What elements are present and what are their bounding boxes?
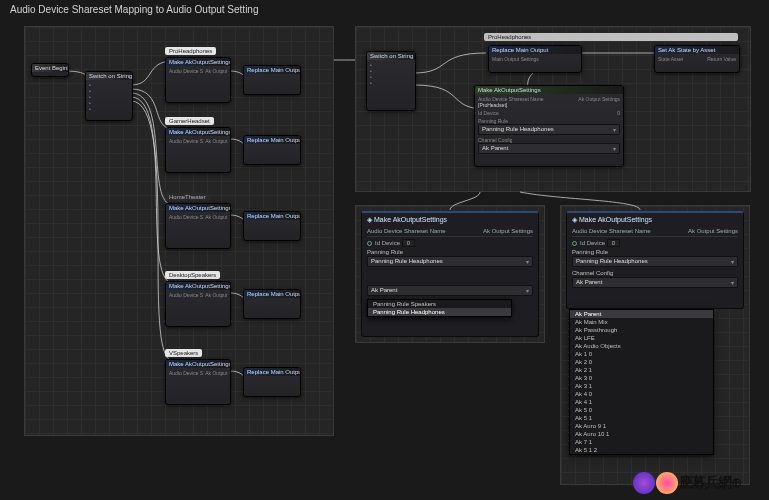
make-settings-panel[interactable]: ◈ Make AkOutputSettings Audio Device Sha… <box>361 211 539 337</box>
panning-label: Panning Rule <box>572 249 738 255</box>
channel-dropdown[interactable]: Ak Parent▾ <box>572 277 738 288</box>
event-node[interactable]: Event BeginPlay <box>31 63 69 77</box>
dropdown-option[interactable]: Ak 4 1 <box>570 398 713 406</box>
id-device-field[interactable]: Id Device 0 <box>572 240 738 246</box>
graph-canvas-left[interactable]: Event BeginPlay Switch on String ••••• P… <box>24 26 334 436</box>
dropdown-option[interactable]: Panning Rule Speakers <box>368 300 511 308</box>
channel-label: Channel Config <box>572 270 738 276</box>
dropdown-option[interactable]: Ak Auro 10 1 <box>570 430 713 438</box>
category-tag: DesktopSpeakers <box>165 271 220 279</box>
channel-dropdown[interactable]: Ak Parent▾ <box>478 143 620 154</box>
panning-dropdown-list[interactable]: Panning Rule Speakers Panning Rule Headp… <box>367 299 512 317</box>
replace-output-node[interactable]: Replace Main Output Main Output Settings <box>488 45 582 73</box>
channel-dropdown-list[interactable]: Ak ParentAk Main MixAk PassthroughAk LFE… <box>569 309 714 455</box>
dropdown-option[interactable]: Ak 3 0 <box>570 374 713 382</box>
make-settings-node[interactable]: Make AkOutputSettings Audio Device Share… <box>165 359 231 405</box>
dropdown-option[interactable]: Ak 2 1 <box>570 366 713 374</box>
panel-title: ◈ Make AkOutputSettings <box>572 216 738 224</box>
id-device-field[interactable]: Id Device 0 <box>367 240 533 246</box>
dropdown-option[interactable]: Ak LFE <box>570 334 713 342</box>
panning-dropdown[interactable]: Panning Rule Headphones▾ <box>478 124 620 135</box>
set-state-node[interactable]: Set Ak State by Asset State AssetReturn … <box>654 45 740 73</box>
switch-node[interactable]: Switch on String ••••• <box>85 71 133 121</box>
dropdown-option[interactable]: Ak Main Mix <box>570 318 713 326</box>
dropdown-option[interactable]: Ak Parent <box>570 310 713 318</box>
graph-canvas-topright[interactable]: ProHeadphones Switch on String •••• Repl… <box>355 26 751 192</box>
panel-title: ◈ Make AkOutputSettings <box>367 216 533 224</box>
dropdown-option[interactable]: Ak Passthrough <box>570 326 713 334</box>
dropdown-option[interactable]: Ak 4 0 <box>570 390 713 398</box>
make-settings-node[interactable]: Make AkOutputSettings Audio Device Share… <box>165 281 231 327</box>
dropdown-option[interactable]: Ak Auro 9 1 <box>570 422 713 430</box>
category-tag: VSpeakers <box>165 349 202 357</box>
category-tag: ProHeadphones <box>165 47 216 55</box>
event-node-title: Event BeginPlay <box>32 64 68 72</box>
make-settings-node[interactable]: Make AkOutputSettings Audio Device Share… <box>165 203 231 249</box>
dropdown-option[interactable]: Ak 7 1 <box>570 438 713 446</box>
replace-output-node[interactable]: Replace Main Output <box>243 211 301 241</box>
panning-label: Panning Rule <box>367 249 533 255</box>
dropdown-option[interactable]: Ak 3 1 <box>570 382 713 390</box>
switch-node-title: Switch on String <box>86 72 132 80</box>
make-settings-panel[interactable]: ◈ Make AkOutputSettings Audio Device Sha… <box>566 211 744 309</box>
channel-dropdown[interactable]: Ak Parent▾ <box>367 285 533 296</box>
page-title: Audio Device Shareset Mapping to Audio O… <box>10 4 259 15</box>
dropdown-option[interactable]: Ak Audio Objects <box>570 342 713 350</box>
make-settings-node-large[interactable]: Make AkOutputSettings Audio Device Share… <box>474 85 624 167</box>
switch-node[interactable]: Switch on String •••• <box>366 51 416 111</box>
category-tag: HomeTheater <box>165 193 210 201</box>
make-settings-node[interactable]: Make AkOutputSettings Audio Device Share… <box>165 57 231 103</box>
dropdown-option[interactable]: Ak 5 0 <box>570 406 713 414</box>
dropdown-option[interactable]: Ak 2 0 <box>570 358 713 366</box>
dropdown-option[interactable]: Ak 5 1 2 <box>570 446 713 454</box>
panning-dropdown[interactable]: Panning Rule Headphones▾ <box>572 256 738 267</box>
replace-output-node[interactable]: Replace Main Output <box>243 65 301 95</box>
switch-pins: ••••• <box>86 80 132 115</box>
dropdown-option[interactable]: Ak 5 1 <box>570 414 713 422</box>
panning-dropdown[interactable]: Panning Rule Headphones▾ <box>367 256 533 267</box>
replace-output-node[interactable]: Replace Main Output <box>243 135 301 165</box>
dropdown-option[interactable]: Ak 1 0 <box>570 350 713 358</box>
category-tag-large: ProHeadphones <box>484 33 738 41</box>
graph-canvas-mid[interactable]: ◈ Make AkOutputSettings Audio Device Sha… <box>355 205 545 343</box>
make-settings-node[interactable]: Make AkOutputSettings Audio Device Share… <box>165 127 231 173</box>
replace-output-node[interactable]: Replace Main Output <box>243 289 301 319</box>
watermark: 應募兵網⊕ <box>633 472 741 494</box>
category-tag: GamerHeadset <box>165 117 214 125</box>
replace-output-node[interactable]: Replace Main Output <box>243 367 301 397</box>
graph-canvas-right[interactable]: ◈ Make AkOutputSettings Audio Device Sha… <box>560 205 750 485</box>
dropdown-option[interactable]: Panning Rule Headphones <box>368 308 511 316</box>
